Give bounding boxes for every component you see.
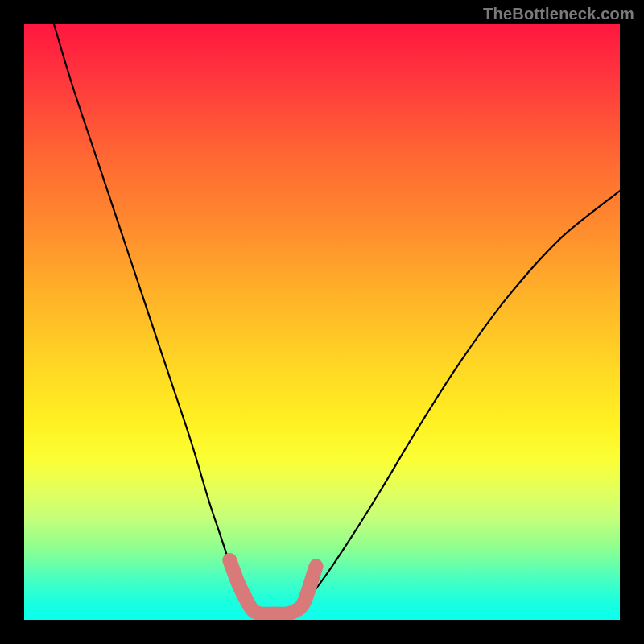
chart-frame: TheBottleneck.com [0, 0, 644, 644]
left-curve [54, 24, 250, 614]
plot-area [24, 24, 620, 620]
plot-svg [24, 24, 620, 620]
watermark-text: TheBottleneck.com [483, 5, 634, 23]
right-curve [292, 191, 620, 613]
valley-marker [229, 560, 316, 614]
